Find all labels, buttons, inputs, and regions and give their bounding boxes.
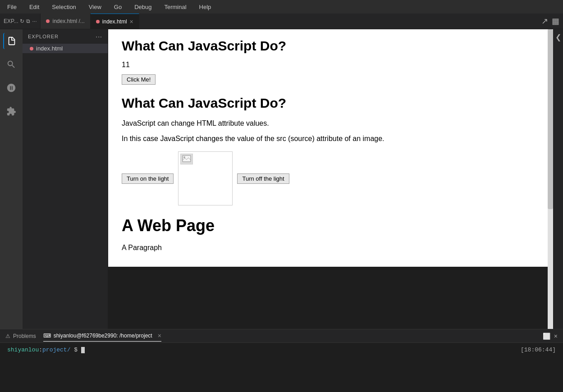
terminal-dollar: $: [70, 346, 78, 353]
main-area: EXPLORER ··· index.html What Can JavaScr…: [0, 29, 563, 329]
menu-edit[interactable]: Edit: [27, 3, 42, 11]
tab-close-icon[interactable]: ×: [130, 18, 133, 25]
problems-label: Problems: [13, 333, 36, 339]
tab-label-2: index.html: [102, 18, 127, 25]
refresh-icon[interactable]: ↻: [20, 18, 24, 24]
section3-para: A Paragraph: [122, 242, 534, 253]
tab-index-1[interactable]: index.html /...: [41, 14, 90, 29]
menu-selection[interactable]: Selection: [49, 3, 78, 11]
turn-off-button[interactable]: Turn off the light: [237, 173, 289, 184]
explorer-label: EXP...: [4, 18, 18, 24]
explorer-panel: EXPLORER ··· index.html: [23, 29, 108, 329]
tab-bar-actions: ↗ ▦: [538, 14, 563, 29]
collapse-right-icon[interactable]: ❮: [555, 33, 561, 41]
preview-wrapper: What Can JavaScript Do? 11 Click Me! Wha…: [108, 29, 553, 329]
bottom-tab-actions: ⬜ ×: [543, 333, 558, 340]
close-panel-icon[interactable]: ×: [554, 333, 558, 340]
terminal-line: shiyanlou:project/ $ [18:06:44]: [7, 346, 556, 353]
section1-heading: What Can JavaScript Do?: [122, 38, 534, 54]
explorer-more-icon[interactable]: ···: [96, 33, 102, 40]
explorer-title: EXPLORER: [28, 34, 59, 39]
image-placeholder: [180, 154, 193, 164]
tab-index-2[interactable]: index.html ×: [91, 14, 139, 29]
tab-dot-1: [46, 19, 50, 23]
layout-icon[interactable]: ▦: [552, 16, 559, 26]
svg-point-1: [183, 156, 185, 158]
open-editors-icon[interactable]: ↗: [541, 16, 548, 26]
right-sidebar: ❮: [553, 29, 563, 329]
more-icon[interactable]: ···: [32, 18, 37, 24]
menu-go[interactable]: Go: [111, 3, 124, 11]
preview-content: What Can JavaScript Do? 11 Click Me! Wha…: [108, 29, 548, 267]
tabs-area: index.html /... index.html ×: [41, 14, 538, 29]
light-section: Turn on the light Turn off the light: [122, 151, 534, 205]
terminal-timestamp: [18:06:44]: [521, 346, 556, 353]
light-image: [178, 151, 233, 205]
tab-dot-2: [96, 20, 100, 23]
bottom-tabs: ⚠ Problems ⌨ shiyanlou@f62769be2990: /ho…: [0, 329, 563, 343]
split-terminal-icon[interactable]: ⬜: [543, 333, 550, 340]
section2-para1: JavaScript can change HTML attribute val…: [122, 118, 534, 129]
editor-area: What Can JavaScript Do? 11 Click Me! Wha…: [108, 29, 553, 329]
tab-label-1: index.html /...: [52, 18, 84, 24]
section1-counter: 11: [122, 61, 534, 69]
terminal-path: project/: [42, 346, 70, 353]
problems-icon: ⚠: [5, 333, 10, 339]
terminal-content: shiyanlou:project/ $ [18:06:44]: [0, 343, 563, 392]
file-modified-dot: [30, 47, 33, 50]
menu-bar: File Edit Selection View Go Debug Termin…: [0, 0, 563, 14]
explorer-header-icons: ···: [96, 33, 102, 40]
problems-tab[interactable]: ⚠ Problems: [5, 331, 36, 341]
sidebar-search-icon[interactable]: [3, 56, 19, 73]
sidebar-git-icon[interactable]: [3, 80, 19, 96]
menu-file[interactable]: File: [5, 3, 19, 11]
explorer-header: EXPLORER ···: [23, 29, 108, 44]
preview-scrollbar[interactable]: [548, 29, 553, 329]
click-me-button[interactable]: Click Me!: [122, 74, 156, 85]
terminal-label: shiyanlou@f62769be2990: /home/project: [54, 333, 152, 339]
section3-heading: A Web Page: [122, 216, 534, 235]
explorer-label-area: EXP... ↻ ⧉ ···: [0, 14, 41, 29]
bottom-panel: ⚠ Problems ⌨ shiyanlou@f62769be2990: /ho…: [0, 329, 563, 392]
activity-bar: [0, 29, 23, 329]
menu-debug[interactable]: Debug: [132, 3, 154, 11]
tab-bar: EXP... ↻ ⧉ ··· index.html /... index.htm…: [0, 14, 563, 29]
terminal-user: shiyanlou: [7, 346, 39, 353]
terminal-icon: ⌨: [43, 333, 51, 339]
section2-para2: In this case JavaScript changes the valu…: [122, 133, 534, 144]
terminal-colon: :: [39, 346, 42, 353]
menu-help[interactable]: Help: [197, 3, 214, 11]
menu-terminal[interactable]: Terminal: [161, 3, 189, 11]
sidebar-files-icon[interactable]: [3, 33, 19, 49]
explorer-file-item[interactable]: index.html: [23, 44, 108, 53]
terminal-cursor: [81, 347, 85, 353]
terminal-close-icon[interactable]: ×: [158, 332, 161, 339]
turn-on-button[interactable]: Turn on the light: [122, 173, 174, 184]
file-name: index.html: [36, 45, 63, 52]
terminal-tab[interactable]: ⌨ shiyanlou@f62769be2990: /home/project …: [43, 330, 161, 342]
sidebar-extensions-icon[interactable]: [3, 103, 19, 119]
menu-view[interactable]: View: [86, 3, 104, 11]
scroll-thumb: [548, 29, 553, 209]
split-editor-icon[interactable]: ⧉: [26, 18, 30, 24]
section2-heading: What Can JavaScript Do?: [122, 96, 534, 111]
